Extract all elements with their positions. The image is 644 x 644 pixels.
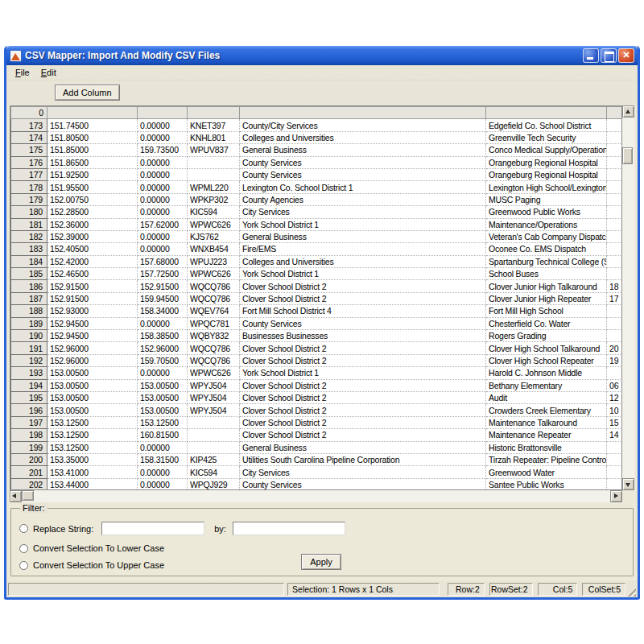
data-cell[interactable]: 14	[607, 429, 623, 441]
column-header[interactable]	[47, 107, 138, 119]
data-cell[interactable]: Clover Junior High Repeater	[486, 292, 607, 304]
data-cell[interactable]: City Services	[240, 466, 486, 478]
scroll-up-button[interactable]	[622, 105, 634, 118]
scroll-right-button[interactable]	[610, 490, 622, 502]
data-cell[interactable]: WPWC626	[188, 268, 240, 280]
title-bar[interactable]: CSV Mapper: Import And Modify CSV Files	[6, 46, 638, 65]
data-cell[interactable]	[188, 156, 240, 168]
row-number-cell[interactable]: 200	[11, 453, 47, 465]
close-button[interactable]	[618, 48, 634, 63]
data-cell[interactable]: 151.95500	[47, 181, 138, 193]
data-cell[interactable]	[607, 230, 623, 242]
data-cell[interactable]: 0.00000	[138, 168, 188, 180]
maximize-button[interactable]	[601, 48, 617, 63]
data-cell[interactable]: 160.81500	[138, 429, 188, 441]
data-cell[interactable]: 159.70500	[138, 354, 188, 366]
minimize-button[interactable]	[583, 48, 599, 63]
row-number-cell[interactable]: 202	[11, 478, 47, 490]
data-cell[interactable]	[607, 168, 623, 180]
row-number-cell[interactable]: 173	[11, 119, 47, 131]
data-cell[interactable]: WQCQ786	[188, 354, 240, 366]
data-cell[interactable]: WQBY832	[188, 330, 240, 342]
data-cell[interactable]	[607, 144, 623, 156]
scroll-down-button[interactable]	[622, 478, 634, 490]
data-cell[interactable]: York School District 1	[240, 268, 486, 280]
resize-grip-icon[interactable]	[625, 586, 636, 597]
row-number-cell[interactable]: 176	[11, 156, 47, 168]
row-number-cell[interactable]: 192	[11, 354, 47, 366]
data-cell[interactable]	[607, 193, 623, 205]
data-cell[interactable]: City Services	[240, 206, 486, 218]
data-cell[interactable]: York School District 1	[240, 367, 486, 379]
data-cell[interactable]: 158.31500	[138, 453, 188, 465]
data-cell[interactable]: 153.41000	[47, 466, 138, 478]
data-cell[interactable]: County Agencies	[240, 193, 486, 205]
data-cell[interactable]: 153.44000	[47, 478, 138, 490]
data-cell[interactable]: 151.74500	[47, 119, 138, 131]
data-cell[interactable]: 0.00000	[138, 193, 188, 205]
data-cell[interactable]: County/City Services	[240, 119, 486, 131]
data-cell[interactable]: 0.00000	[138, 478, 188, 490]
data-cell[interactable]: 158.38500	[138, 330, 188, 342]
data-cell[interactable]: Clover School District 2	[240, 391, 486, 403]
data-cell[interactable]: WNXB454	[188, 243, 240, 255]
data-cell[interactable]: Clover School District 2	[240, 354, 486, 366]
data-cell[interactable]: 153.00500	[47, 404, 138, 416]
data-cell[interactable]: WPQJ929	[188, 478, 240, 490]
data-cell[interactable]: 152.96000	[138, 342, 188, 354]
row-number-cell[interactable]: 186	[11, 280, 47, 292]
data-cell[interactable]: WQCQ786	[188, 292, 240, 304]
data-cell[interactable]	[188, 416, 240, 428]
data-cell[interactable]: Maintenance/Operations	[486, 218, 607, 230]
data-cell[interactable]: 153.00500	[47, 391, 138, 403]
data-cell[interactable]: 17	[607, 292, 623, 304]
data-cell[interactable]: Fire/EMS	[240, 243, 486, 255]
data-cell[interactable]: 12	[607, 391, 623, 403]
data-cell[interactable]: 152.96000	[47, 354, 138, 366]
data-cell[interactable]: 153.00500	[138, 379, 188, 391]
data-cell[interactable]: 153.00500	[138, 391, 188, 403]
data-cell[interactable]: KIP425	[188, 453, 240, 465]
row-number-cell[interactable]: 182	[11, 230, 47, 242]
column-header[interactable]	[138, 107, 188, 119]
data-cell[interactable]: General Business	[240, 441, 486, 453]
row-number-cell[interactable]: 198	[11, 429, 47, 441]
data-cell[interactable]: KIC594	[188, 206, 240, 218]
row-number-cell[interactable]: 188	[11, 305, 47, 317]
row-number-cell[interactable]: 178	[11, 181, 47, 193]
data-cell[interactable]: WPKP302	[188, 193, 240, 205]
data-cell[interactable]: WPYJ504	[188, 391, 240, 403]
data-cell[interactable]: 0.00000	[138, 243, 188, 255]
row-number-cell[interactable]: 197	[11, 416, 47, 428]
data-cell[interactable]	[607, 305, 623, 317]
data-cell[interactable]: Greenville Tech Security	[486, 131, 607, 143]
data-cell[interactable]: General Business	[240, 230, 486, 242]
data-cell[interactable]: Lexington High School/Lexington	[486, 181, 607, 193]
data-cell[interactable]	[188, 441, 240, 453]
horizontal-scroll-thumb[interactable]	[22, 490, 34, 501]
data-cell[interactable]: Utilities South Carolina Pipeline Corpor…	[240, 453, 486, 465]
data-cell[interactable]: WPUJ223	[188, 255, 240, 267]
data-cell[interactable]: 18	[607, 280, 623, 292]
column-header[interactable]	[486, 107, 607, 119]
data-cell[interactable]: 152.39000	[47, 230, 138, 242]
row-number-cell[interactable]: 194	[11, 379, 47, 391]
data-cell[interactable]: 152.93000	[47, 305, 138, 317]
row-number-cell[interactable]: 185	[11, 268, 47, 280]
data-cell[interactable]: 151.85000	[47, 144, 138, 156]
data-cell[interactable]: County Services	[240, 168, 486, 180]
data-cell[interactable]	[607, 131, 623, 143]
data-cell[interactable]	[607, 441, 623, 453]
data-cell[interactable]: 0.00000	[138, 156, 188, 168]
data-cell[interactable]: Spartanburg Technical College (S	[486, 255, 607, 267]
data-cell[interactable]	[607, 453, 623, 465]
data-cell[interactable]: WPQC781	[188, 317, 240, 329]
data-cell[interactable]: Conco Medical Supply/Operation	[486, 144, 607, 156]
row-number-cell[interactable]: 190	[11, 330, 47, 342]
vertical-scrollbar[interactable]	[622, 105, 634, 490]
data-cell[interactable]: County Services	[240, 156, 486, 168]
data-cell[interactable]: Clover High School Repeater	[486, 354, 607, 366]
lower-case-radio[interactable]	[19, 544, 28, 553]
data-cell[interactable]: 153.00500	[47, 367, 138, 379]
data-cell[interactable]: 20	[607, 342, 623, 354]
